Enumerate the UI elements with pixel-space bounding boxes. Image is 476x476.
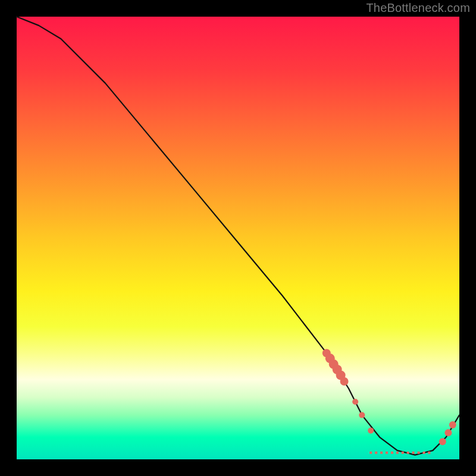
floor-band-dot <box>402 452 404 454</box>
floor-band-dot <box>386 452 388 454</box>
floor-band-dot <box>428 452 430 454</box>
data-marker <box>449 421 456 428</box>
chart-stage: TheBottleneck.com <box>0 0 476 476</box>
data-marker <box>340 377 349 386</box>
chart-svg <box>17 17 459 459</box>
floor-band-dot <box>396 452 399 454</box>
data-marker <box>444 429 452 436</box>
floor-band-dot <box>380 452 383 454</box>
chart-plot-area <box>17 17 459 459</box>
floor-band-dot <box>391 452 393 454</box>
floor-band-dot <box>375 452 377 454</box>
floor-band-dot <box>407 452 409 454</box>
data-marker <box>359 412 365 418</box>
watermark-text: TheBottleneck.com <box>366 1 470 15</box>
floor-band-dot <box>422 452 425 454</box>
floor-band-dot <box>412 452 415 454</box>
bottleneck-curve <box>17 17 459 455</box>
floor-band-dot <box>418 452 420 454</box>
data-marker <box>368 428 374 434</box>
floor-band-dot <box>369 452 372 454</box>
data-marker <box>352 399 358 405</box>
data-marker <box>439 438 446 445</box>
